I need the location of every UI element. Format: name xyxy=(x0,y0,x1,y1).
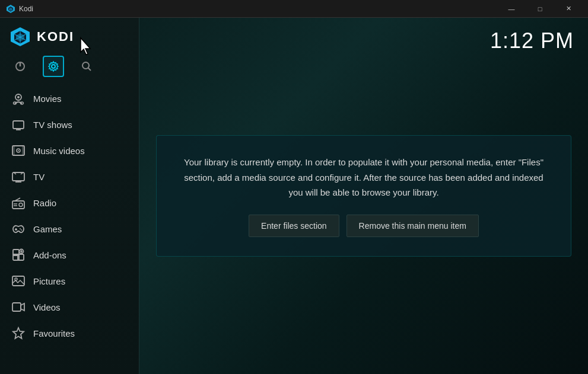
addons-label: Add-ons xyxy=(33,250,66,260)
svg-marker-50 xyxy=(13,328,24,338)
videos-label: Videos xyxy=(33,302,61,312)
tvshows-label: TV shows xyxy=(33,120,72,130)
svg-point-40 xyxy=(21,229,22,231)
movies-label: Movies xyxy=(33,94,62,104)
svg-point-11 xyxy=(52,65,55,68)
remove-menu-item-button[interactable]: Remove this main menu item xyxy=(347,215,479,237)
titlebar: Kodi — □ ✕ xyxy=(0,0,588,18)
sidebar-item-radio[interactable]: Radio xyxy=(0,190,139,216)
favourites-icon xyxy=(12,327,25,340)
pictures-icon xyxy=(12,274,25,287)
titlebar-left: Kodi xyxy=(6,4,33,14)
svg-point-39 xyxy=(20,228,21,229)
sidebar-item-addons[interactable]: Add-ons xyxy=(0,242,139,268)
svg-rect-27 xyxy=(12,172,24,181)
sidebar-item-music-videos[interactable]: Music videos xyxy=(0,138,139,164)
sidebar-item-tvshows[interactable]: TV shows xyxy=(0,111,139,138)
svg-rect-49 xyxy=(12,303,21,311)
svg-point-33 xyxy=(19,203,23,207)
sidebar-item-videos[interactable]: Videos xyxy=(0,294,139,320)
sidebar-item-pictures[interactable]: Pictures xyxy=(0,268,139,294)
titlebar-title: Kodi xyxy=(19,5,33,13)
music-videos-icon xyxy=(12,144,25,157)
sidebar-item-tv[interactable]: TV xyxy=(0,164,139,190)
top-icon-bar xyxy=(0,53,139,83)
svg-point-26 xyxy=(18,150,19,151)
enter-files-button[interactable]: Enter files section xyxy=(249,215,339,237)
sidebar: KODI xyxy=(0,18,139,374)
favourites-label: Favourites xyxy=(33,328,75,338)
sidebar-item-movies[interactable]: Movies xyxy=(0,85,139,111)
games-label: Games xyxy=(33,224,62,234)
clock: 1:12 PM xyxy=(490,28,574,53)
svg-line-13 xyxy=(88,68,91,71)
svg-rect-19 xyxy=(13,121,24,129)
library-empty-card: Your library is currently empty. In orde… xyxy=(156,135,571,257)
radio-label: Radio xyxy=(33,198,56,208)
kodi-wordmark: KODI xyxy=(37,29,74,44)
search-button[interactable] xyxy=(76,56,97,77)
tv-icon xyxy=(12,170,25,183)
kodi-logo-icon xyxy=(9,26,31,47)
power-icon xyxy=(14,60,26,72)
gear-icon xyxy=(47,60,59,72)
sidebar-item-favourites[interactable]: Favourites xyxy=(0,320,139,346)
app-container: KODI xyxy=(0,18,588,374)
titlebar-controls: — □ ✕ xyxy=(498,0,582,18)
movies-icon xyxy=(12,92,25,105)
nav-items: Movies TV shows xyxy=(0,83,139,374)
minimize-button[interactable]: — xyxy=(498,0,525,18)
videos-icon xyxy=(12,301,25,314)
kodi-title-icon xyxy=(6,4,15,14)
svg-rect-23 xyxy=(12,146,15,155)
addons-icon xyxy=(12,248,25,261)
library-buttons: Enter files section Remove this main men… xyxy=(180,215,547,237)
games-icon xyxy=(12,222,25,235)
library-empty-message: Your library is currently empty. In orde… xyxy=(180,155,547,200)
close-button[interactable]: ✕ xyxy=(555,0,582,18)
pictures-label: Pictures xyxy=(33,276,65,286)
power-button[interactable] xyxy=(9,56,31,77)
radio-icon xyxy=(12,196,25,209)
music-videos-label: Music videos xyxy=(33,146,85,156)
svg-point-12 xyxy=(82,62,89,69)
svg-rect-24 xyxy=(22,146,24,155)
logo-area: KODI xyxy=(0,18,139,53)
search-icon xyxy=(81,60,93,72)
settings-button[interactable] xyxy=(43,56,64,77)
tv-label: TV xyxy=(33,172,45,182)
tvshows-icon xyxy=(12,118,25,131)
svg-point-16 xyxy=(17,96,20,98)
sidebar-item-games[interactable]: Games xyxy=(0,216,139,242)
main-content: 1:12 PM Your library is currently empty.… xyxy=(139,18,588,374)
maximize-button[interactable]: □ xyxy=(526,0,554,18)
